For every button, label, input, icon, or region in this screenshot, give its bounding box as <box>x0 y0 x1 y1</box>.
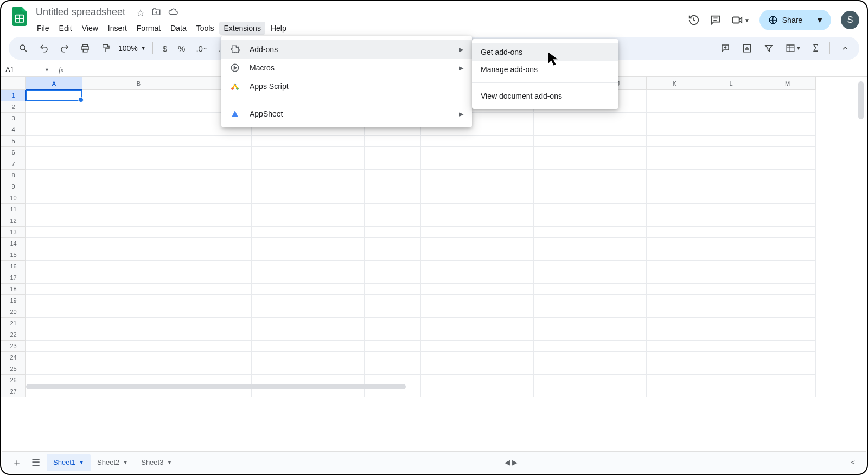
functions-icon[interactable]: Σ <box>810 40 822 57</box>
menu-data[interactable]: Data <box>166 22 191 35</box>
cell[interactable] <box>82 363 195 375</box>
row-header[interactable]: 24 <box>1 352 26 363</box>
cell[interactable] <box>477 181 534 192</box>
cell[interactable] <box>365 136 421 147</box>
row-header[interactable]: 15 <box>1 249 26 261</box>
cell[interactable] <box>26 113 82 124</box>
cell[interactable] <box>421 295 477 306</box>
cell[interactable] <box>590 215 647 227</box>
cell[interactable] <box>421 306 477 318</box>
cell[interactable] <box>421 238 477 249</box>
cell[interactable] <box>760 238 816 249</box>
cell[interactable] <box>590 318 647 329</box>
cell[interactable] <box>26 170 82 181</box>
cell[interactable] <box>308 192 365 204</box>
cell[interactable] <box>760 192 816 204</box>
table-view-icon[interactable]: ▼ <box>782 40 805 56</box>
cell[interactable] <box>195 249 252 261</box>
cell[interactable] <box>534 204 590 215</box>
cell[interactable] <box>703 90 760 101</box>
cell[interactable] <box>760 272 816 284</box>
insert-comment-icon[interactable] <box>717 40 733 56</box>
cell[interactable] <box>308 227 365 238</box>
cell[interactable] <box>477 204 534 215</box>
cell[interactable] <box>82 101 195 113</box>
row-header[interactable]: 5 <box>1 136 26 147</box>
cell[interactable] <box>590 295 647 306</box>
cell[interactable] <box>195 227 252 238</box>
cell[interactable] <box>82 158 195 170</box>
cell[interactable] <box>477 227 534 238</box>
cell[interactable] <box>195 329 252 341</box>
cell[interactable] <box>308 318 365 329</box>
cell[interactable] <box>534 363 590 375</box>
cell[interactable] <box>26 147 82 158</box>
row-header[interactable]: 14 <box>1 238 26 249</box>
cell[interactable] <box>760 386 816 397</box>
cell[interactable] <box>26 261 82 272</box>
cell[interactable] <box>252 306 308 318</box>
cell[interactable] <box>421 386 477 397</box>
column-header[interactable]: M <box>760 77 816 90</box>
cell[interactable] <box>82 352 195 363</box>
cell[interactable] <box>26 249 82 261</box>
cell[interactable] <box>308 341 365 352</box>
row-header[interactable]: 4 <box>1 124 26 136</box>
cell[interactable] <box>477 295 534 306</box>
cell[interactable] <box>308 284 365 295</box>
cell[interactable] <box>590 113 647 124</box>
cell[interactable] <box>26 90 82 101</box>
row-header[interactable]: 13 <box>1 227 26 238</box>
cell[interactable] <box>365 284 421 295</box>
menu-item-appsheet[interactable]: AppSheet▶ <box>221 105 472 123</box>
cell[interactable] <box>26 341 82 352</box>
cell[interactable] <box>760 170 816 181</box>
cell[interactable] <box>534 386 590 397</box>
cell[interactable] <box>421 329 477 341</box>
meet-icon[interactable]: ▼ <box>731 14 750 26</box>
cell[interactable] <box>703 341 760 352</box>
cell[interactable] <box>252 249 308 261</box>
row-header[interactable]: 9 <box>1 181 26 192</box>
cell[interactable] <box>82 147 195 158</box>
cell[interactable] <box>760 136 816 147</box>
submenu-item-manage-add-ons[interactable]: Manage add-ons <box>472 61 618 78</box>
cell[interactable] <box>82 90 195 101</box>
cell[interactable] <box>760 204 816 215</box>
cell[interactable] <box>534 318 590 329</box>
menu-item-apps-script[interactable]: Apps Script <box>221 77 472 95</box>
cell[interactable] <box>82 341 195 352</box>
cell[interactable] <box>647 363 703 375</box>
row-header[interactable]: 3 <box>1 113 26 124</box>
filter-icon[interactable] <box>761 40 777 56</box>
cell[interactable] <box>534 295 590 306</box>
cell[interactable] <box>252 147 308 158</box>
cell[interactable] <box>477 170 534 181</box>
cell[interactable] <box>477 113 534 124</box>
cell[interactable] <box>647 204 703 215</box>
cell[interactable] <box>308 363 365 375</box>
cell[interactable] <box>195 272 252 284</box>
menu-item-add-ons[interactable]: Add-ons▶ <box>221 40 472 59</box>
sheet-tab-sheet1[interactable]: Sheet1▼ <box>47 454 91 471</box>
cell[interactable] <box>647 181 703 192</box>
share-button[interactable]: Share ▼ <box>760 10 831 30</box>
row-header[interactable]: 23 <box>1 341 26 352</box>
cell[interactable] <box>195 318 252 329</box>
cell[interactable] <box>590 306 647 318</box>
cell[interactable] <box>534 227 590 238</box>
cell[interactable] <box>365 158 421 170</box>
cell[interactable] <box>82 238 195 249</box>
column-header[interactable]: B <box>82 77 195 90</box>
row-header[interactable]: 18 <box>1 284 26 295</box>
account-avatar[interactable]: S <box>841 11 859 29</box>
sheet-tab-sheet3[interactable]: Sheet3▼ <box>135 454 178 471</box>
cell[interactable] <box>477 147 534 158</box>
format-currency-icon[interactable]: $ <box>159 41 170 56</box>
cell[interactable] <box>195 181 252 192</box>
cell[interactable] <box>703 158 760 170</box>
cell[interactable] <box>252 181 308 192</box>
cell[interactable] <box>534 352 590 363</box>
cell[interactable] <box>252 136 308 147</box>
cell[interactable] <box>421 227 477 238</box>
